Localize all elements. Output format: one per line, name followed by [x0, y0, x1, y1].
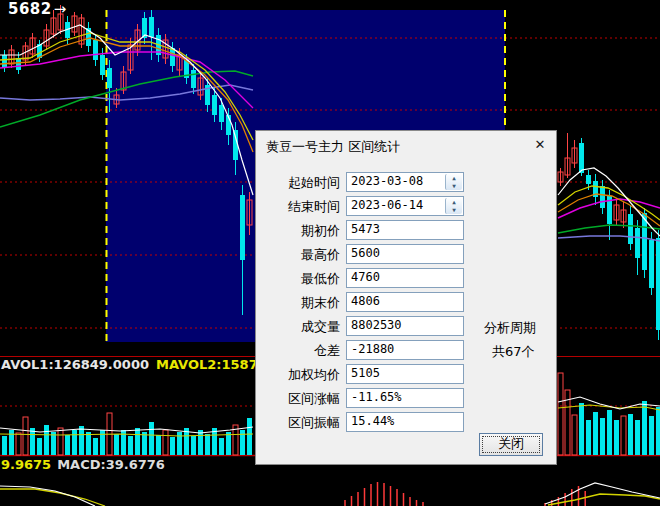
field-input[interactable]: 2023-06-14▲▼ [346, 196, 464, 216]
arrow-right-icon: → [54, 0, 67, 18]
spinner-up-icon[interactable]: ▲ [446, 174, 462, 182]
field-value: 2023-06-14 [351, 198, 423, 212]
close-button[interactable]: 关闭 [479, 433, 543, 456]
field-label: 期初价 [256, 222, 340, 240]
price-high-marker: 5682→ [8, 0, 67, 18]
field-label: 最高价 [256, 246, 340, 264]
field-input[interactable]: 4806 [346, 292, 464, 312]
price-high-value: 5682 [8, 0, 52, 18]
field-input[interactable]: 4760 [346, 268, 464, 288]
macd-indicator-readout: 9.9675MACD:39.6776 [1, 457, 165, 472]
spinner-up-icon[interactable]: ▲ [446, 198, 462, 206]
mavol1-value: AVOL1:126849.0000 [1, 357, 149, 372]
field-value: -21880 [351, 342, 394, 356]
field-label: 结束时间 [256, 198, 340, 216]
interval-statistics-dialog: 黄豆一号主力 区间统计 ✕ 起始时间2023-03-08▲▼结束时间2023-0… [255, 130, 557, 465]
field-input[interactable]: 5105 [346, 364, 464, 384]
field-value: 5473 [351, 222, 380, 236]
field-label: 起始时间 [256, 174, 340, 192]
bar-count-label: 共67个 [492, 343, 535, 361]
macd-value: MACD:39.6776 [57, 457, 165, 472]
field-label: 期末价 [256, 294, 340, 312]
field-value: -11.65% [351, 390, 402, 404]
field-value: 4806 [351, 294, 380, 308]
field-input[interactable]: 5600 [346, 244, 464, 264]
field-label: 区间振幅 [256, 414, 340, 432]
field-input[interactable]: 15.44% [346, 412, 464, 432]
field-label: 最低价 [256, 270, 340, 288]
field-label: 仓差 [256, 342, 340, 360]
field-value: 8802530 [351, 318, 402, 332]
field-input[interactable]: 8802530 [346, 316, 464, 336]
field-value: 4760 [351, 270, 380, 284]
date-spinner[interactable]: ▲▼ [445, 174, 462, 190]
field-label: 成交量 [256, 318, 340, 336]
field-input[interactable]: -11.65% [346, 388, 464, 408]
field-value: 2023-03-08 [351, 174, 423, 188]
field-label: 区间涨幅 [256, 390, 340, 408]
field-value: 5105 [351, 366, 380, 380]
field-label: 加权均价 [256, 366, 340, 384]
field-value: 15.44% [351, 414, 394, 428]
field-input[interactable]: 5473 [346, 220, 464, 240]
field-value: 5600 [351, 246, 380, 260]
spinner-down-icon[interactable]: ▼ [446, 182, 462, 190]
field-input[interactable]: -21880 [346, 340, 464, 360]
date-spinner[interactable]: ▲▼ [445, 198, 462, 214]
trading-app-window: 5682→ AVOL1:126849.0000MAVOL2:158773.700… [0, 0, 660, 506]
dea-value: 9.9675 [1, 457, 51, 472]
spinner-down-icon[interactable]: ▼ [446, 206, 462, 214]
analysis-period-label: 分析周期 [484, 319, 536, 337]
dialog-title: 黄豆一号主力 区间统计 [266, 138, 400, 156]
close-icon[interactable]: ✕ [531, 136, 549, 153]
dialog-titlebar[interactable]: 黄豆一号主力 区间统计 ✕ [256, 131, 556, 157]
field-input[interactable]: 2023-03-08▲▼ [346, 172, 464, 192]
